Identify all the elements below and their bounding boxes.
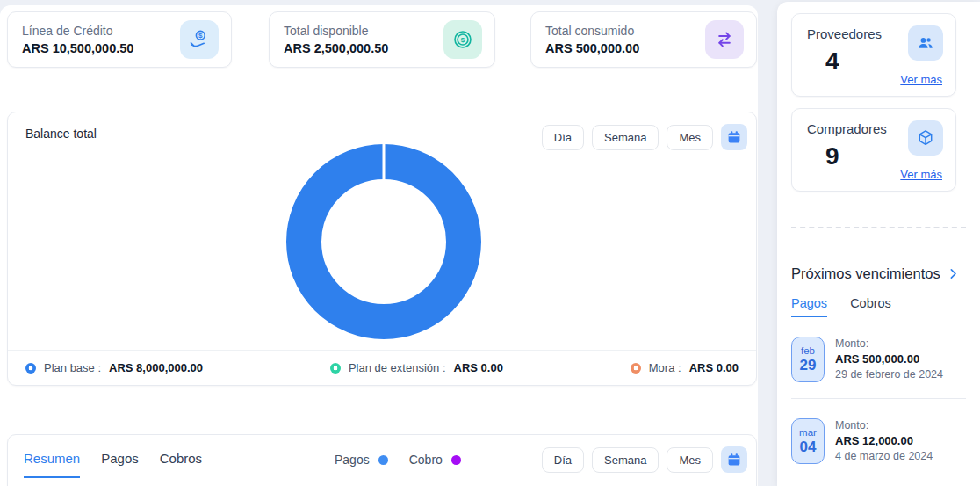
balance-period-group: Día Semana Mes xyxy=(542,124,747,150)
calendar-button[interactable] xyxy=(721,124,747,150)
providers-see-more-link[interactable]: Ver más xyxy=(900,73,942,86)
calendar-icon xyxy=(726,129,742,145)
due-day: 29 xyxy=(792,357,824,374)
main-panel: Línea de Crédito ARS 10,500,000.50 $ Tot… xyxy=(0,5,758,486)
balance-donut xyxy=(286,144,481,339)
right-sidebar: Proveedores 4 Ver más Compradores 9 xyxy=(777,2,980,486)
legend-item-cobro: Cobro xyxy=(409,453,461,467)
buyers-see-more-link[interactable]: Ver más xyxy=(900,168,942,181)
day-button[interactable]: Día xyxy=(542,125,584,150)
calendar-icon xyxy=(726,452,742,468)
due-item: mar 04 Monto: ARS 12,000.00 4 de marzo d… xyxy=(791,399,966,480)
week-button[interactable]: Semana xyxy=(592,125,659,150)
legend-item-pagos: Pagos xyxy=(335,453,388,467)
summary-card: Resumen Pagos Cobros Pagos Cobro Día Sem… xyxy=(7,434,757,486)
stat-label: Total disponible xyxy=(284,24,443,38)
chevron-right-icon xyxy=(946,266,961,281)
month-button[interactable]: Mes xyxy=(667,447,713,473)
legend-item-mora: Mora : ARS 0.00 xyxy=(631,361,739,374)
providers-card: Proveedores 4 Ver más xyxy=(791,13,956,97)
day-button[interactable]: Día xyxy=(542,447,584,473)
users-icon xyxy=(908,25,943,61)
summary-tabs: Resumen Pagos Cobros xyxy=(24,451,202,478)
buyers-card: Compradores 9 Ver más xyxy=(791,108,956,192)
buyers-label: Compradores xyxy=(807,121,887,136)
balance-title: Balance total xyxy=(25,127,97,141)
svg-text:$: $ xyxy=(461,36,465,44)
legend-value: ARS 0.00 xyxy=(454,361,503,374)
upcoming-dues-header[interactable]: Próximos vencimientos xyxy=(791,265,966,282)
due-amount: ARS 12,000.00 xyxy=(835,434,933,447)
due-date-badge: feb 29 xyxy=(791,337,825,382)
due-day: 04 xyxy=(792,439,824,456)
tab-pagos[interactable]: Pagos xyxy=(101,451,139,478)
balance-donut-svg xyxy=(286,144,481,339)
balance-legend: Plan base : ARS 8,000,000.00 Plan de ext… xyxy=(8,350,756,385)
legend-dot xyxy=(330,363,341,374)
legend-value: ARS 0.00 xyxy=(689,361,739,374)
sidebar-divider xyxy=(791,227,966,228)
stat-card-available: Total disponible ARS 2,500,000.50 $ xyxy=(269,11,495,68)
hand-coin-icon: $ xyxy=(180,20,219,59)
legend-dot xyxy=(25,363,36,374)
cube-icon xyxy=(908,120,943,156)
month-button[interactable]: Mes xyxy=(667,125,713,150)
due-date-text: 4 de marzo de 2024 xyxy=(835,450,933,462)
svg-text:$: $ xyxy=(198,32,203,40)
due-month: feb xyxy=(792,345,824,357)
due-amount-label: Monto: xyxy=(835,419,933,432)
stat-label: Total consumido xyxy=(545,24,705,38)
stat-card-consumed: Total consumido ARS 500,000.00 xyxy=(530,11,757,68)
due-month: mar xyxy=(792,427,824,439)
due-item: feb 29 Monto: ARS 500,000.00 29 de febre… xyxy=(791,317,966,398)
buyers-count: 9 xyxy=(825,142,839,170)
calendar-button[interactable] xyxy=(721,446,747,473)
due-amount-label: Monto: xyxy=(835,337,943,350)
legend-label: Pagos xyxy=(335,453,370,467)
providers-count: 4 xyxy=(825,47,839,76)
coin-icon: $ xyxy=(443,20,482,59)
stat-value: ARS 10,500,000.50 xyxy=(22,41,180,55)
stat-value: ARS 2,500,000.50 xyxy=(284,41,443,55)
legend-item-plan-extension: Plan de extensión : ARS 0.00 xyxy=(330,361,503,374)
legend-label: Mora : xyxy=(649,361,681,374)
week-button[interactable]: Semana xyxy=(592,447,659,473)
due-amount: ARS 500,000.00 xyxy=(835,352,943,366)
legend-item-plan-base: Plan base : ARS 8,000,000.00 xyxy=(25,361,203,374)
due-date-text: 29 de febrero de 2024 xyxy=(835,368,943,381)
legend-dot xyxy=(378,455,388,465)
legend-label: Plan de extensión : xyxy=(349,361,446,374)
tab-cobros[interactable]: Cobros xyxy=(160,451,202,478)
summary-legend: Pagos Cobro xyxy=(335,453,461,467)
upcoming-dues-title: Próximos vencimientos xyxy=(791,265,940,282)
stat-label: Línea de Crédito xyxy=(22,24,180,38)
legend-label: Plan base : xyxy=(44,361,101,374)
dashboard-frame: Línea de Crédito ARS 10,500,000.50 $ Tot… xyxy=(0,0,980,486)
tab-resumen[interactable]: Resumen xyxy=(24,451,80,478)
legend-dot xyxy=(631,363,641,374)
balance-card: Balance total Día Semana Mes xyxy=(7,112,757,386)
providers-label: Proveedores xyxy=(807,26,882,41)
upcoming-tabs: Pagos Cobros xyxy=(791,296,966,317)
stat-value: ARS 500,000.00 xyxy=(545,41,705,55)
legend-label: Cobro xyxy=(409,453,443,467)
stat-card-credit-line: Línea de Crédito ARS 10,500,000.50 $ xyxy=(7,11,232,68)
legend-value: ARS 8,000,000.00 xyxy=(109,361,203,374)
swap-arrows-icon xyxy=(705,20,744,59)
tab-cobros[interactable]: Cobros xyxy=(850,296,891,317)
tab-pagos[interactable]: Pagos xyxy=(791,296,827,317)
summary-period-group: Día Semana Mes xyxy=(542,446,747,473)
legend-dot xyxy=(451,455,461,465)
due-date-badge: mar 04 xyxy=(791,418,825,464)
